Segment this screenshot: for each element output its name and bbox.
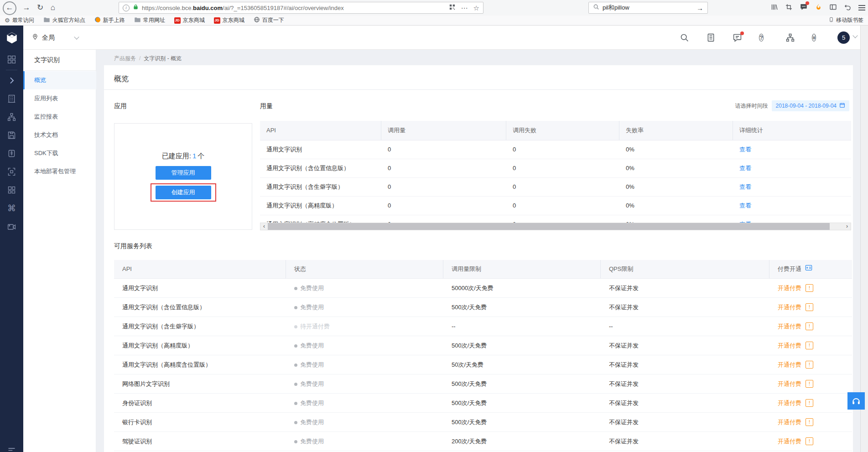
view-details-link[interactable]: 查看 [739, 183, 751, 190]
baidu-cloud-logo[interactable] [0, 26, 23, 50]
sidebar-panel-icon[interactable] [829, 3, 837, 13]
search-bar[interactable]: pil和pillow → [588, 2, 708, 14]
bookmark-firefox-official[interactable]: 火狐官方站点 [43, 16, 85, 24]
fee-info-icon[interactable]: ! [806, 322, 813, 330]
fee-info-icon[interactable]: ! [806, 380, 813, 388]
library-icon[interactable] [770, 3, 778, 13]
bookmark-jd-1[interactable]: JD京东商城 [174, 16, 205, 24]
database-doc-icon[interactable] [7, 149, 16, 158]
messages-icon[interactable] [733, 33, 743, 43]
floppy-disk-icon[interactable] [7, 130, 16, 140]
network-icon[interactable] [7, 112, 16, 122]
view-details-link[interactable]: 查看 [739, 165, 751, 171]
enable-billing-link[interactable]: 开通付费 [778, 394, 801, 412]
table-row: 通用文字识别（含生僻字版） 0 0 0% 查看 [260, 178, 851, 197]
forward-button-icon[interactable]: → [20, 1, 33, 14]
sidebar-item-overview[interactable]: 概览 [23, 71, 96, 89]
bookmark-jd-2[interactable]: JD京东商城 [214, 16, 244, 24]
screenshot-icon[interactable] [785, 3, 793, 13]
chevron-down-icon [74, 34, 79, 39]
scroll-right-arrow[interactable]: › [843, 223, 851, 230]
notification-badge [806, 1, 809, 5]
menu-icon[interactable] [858, 7, 865, 8]
frame-brackets-icon[interactable] [7, 167, 16, 177]
bookmark-common-sites[interactable]: 常用网址 [134, 16, 165, 24]
fee-info-icon[interactable]: ! [806, 418, 813, 426]
sidebar-item-local-deploy[interactable]: 本地部署包管理 [23, 162, 96, 181]
enable-billing-link[interactable]: 开通付费 [778, 374, 801, 393]
address-bar[interactable]: i https://console.bce.baidu.com/ai/?_=15… [119, 2, 483, 14]
status-badge: 免费使用 [294, 419, 324, 426]
browser-scrollbar[interactable] [860, 26, 868, 452]
video-camera-icon[interactable] [7, 222, 16, 232]
fee-info-icon[interactable]: ! [806, 437, 813, 445]
failure-count: 0 [506, 140, 619, 159]
fee-info-icon[interactable]: ! [806, 361, 813, 369]
qr-page-icon[interactable] [449, 4, 456, 12]
enable-billing-link[interactable]: 开通付费 [778, 432, 801, 451]
page-actions-icon[interactable]: ⋯ [461, 5, 468, 11]
reload-button-icon[interactable]: ↻ [34, 1, 47, 14]
bookmark-baidu[interactable]: 百度一下 [254, 16, 284, 24]
sidebar-item-monitor-report[interactable]: 监控报表 [23, 108, 96, 126]
enable-billing-link[interactable]: 开通付费 [778, 317, 801, 336]
dashboard-grid-icon[interactable] [7, 55, 16, 64]
manage-app-button[interactable]: 管理应用 [156, 166, 211, 180]
view-details-link[interactable]: 查看 [739, 146, 751, 153]
view-details-link[interactable]: 查看 [739, 202, 751, 209]
expand-chevron-icon[interactable] [7, 76, 16, 85]
help-icon[interactable]: ? [759, 33, 769, 43]
create-app-button[interactable]: 创建应用 [156, 186, 211, 199]
site-info-icon[interactable]: i [123, 5, 130, 11]
fee-info-icon[interactable]: ! [806, 303, 813, 311]
api-name: 通用文字识别（含位置信息版） [260, 159, 381, 177]
home-button-icon[interactable]: ⌂ [47, 1, 59, 14]
status-dot [294, 344, 297, 348]
horizontal-scrollbar[interactable]: ‹ › [260, 223, 851, 230]
back-button-icon[interactable]: ← [3, 1, 16, 15]
status-dot [294, 421, 297, 424]
search-go-icon[interactable]: → [696, 4, 703, 12]
date-range-picker[interactable]: 2018-09-04 - 2018-09-04 [772, 100, 849, 111]
quota-limit: 500次/天免费 [443, 374, 601, 393]
service-name: 银行卡识别 [114, 413, 286, 431]
enable-billing-link[interactable]: 开通付费 [778, 279, 801, 297]
status-dot [294, 306, 297, 309]
enable-billing-link[interactable]: 开通付费 [778, 298, 801, 317]
bookmark-most-visited[interactable]: ⚙最常访问 [5, 16, 34, 24]
billing-calculator-icon[interactable] [805, 260, 812, 278]
console-search-icon[interactable] [680, 33, 690, 43]
building-icon[interactable] [7, 94, 16, 104]
flame-icon[interactable] [815, 3, 822, 13]
mobile-bookmarks[interactable]: 移动版书签 [829, 16, 863, 24]
grid-alt-icon[interactable] [7, 185, 16, 195]
scroll-left-arrow[interactable]: ‹ [260, 223, 268, 230]
breadcrumb-root[interactable]: 产品服务 [114, 55, 136, 62]
enable-billing-link[interactable]: 开通付费 [778, 413, 801, 431]
enable-billing-link[interactable]: 开通付费 [778, 355, 801, 374]
bookmark-getting-started[interactable]: 新手上路 [94, 16, 125, 24]
scrollbar-thumb[interactable] [268, 223, 830, 230]
sidebar-item-sdk-download[interactable]: SDK下载 [23, 144, 96, 162]
support-headset-button[interactable] [847, 392, 865, 410]
status-badge: 免费使用 [294, 304, 324, 311]
region-selector[interactable]: 全局 [32, 26, 78, 50]
avatar[interactable]: 5 [837, 31, 850, 44]
sidebar-item-tech-docs[interactable]: 技术文档 [23, 126, 96, 144]
undo-icon[interactable] [844, 3, 852, 13]
avatar-chevron-icon[interactable] [852, 33, 858, 38]
fee-info-icon[interactable]: ! [806, 342, 813, 349]
command-icon[interactable]: ⌘ [7, 203, 16, 213]
chat-icon[interactable] [800, 3, 808, 13]
bookmark-star-icon[interactable]: ☆ [473, 5, 479, 11]
list-sort-icon[interactable] [7, 446, 16, 452]
sidebar-item-app-list[interactable]: 应用列表 [23, 89, 96, 108]
enable-billing-link[interactable]: 开通付费 [778, 336, 801, 355]
fee-info-icon[interactable]: ! [806, 399, 813, 407]
docs-icon[interactable] [706, 33, 716, 43]
sitemap-icon[interactable] [785, 33, 795, 43]
app-summary-box: 已建应用:1个 管理应用 创建应用 [114, 123, 252, 230]
fee-info-icon[interactable]: ! [806, 284, 813, 292]
firefox-icon [94, 16, 101, 24]
billing-icon[interactable]: ¥ [812, 33, 822, 43]
